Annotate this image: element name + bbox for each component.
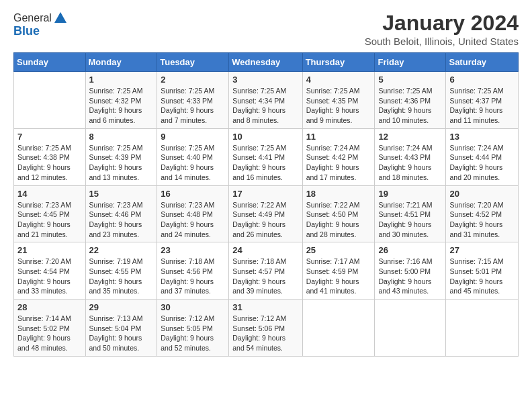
weekday-header-friday: Friday bbox=[375, 53, 446, 72]
day-number: 21 bbox=[17, 245, 82, 255]
calendar-cell: 18Sunrise: 7:22 AMSunset: 4:50 PMDayligh… bbox=[302, 185, 375, 242]
day-info: Sunrise: 7:20 AMSunset: 4:52 PMDaylight:… bbox=[449, 200, 515, 240]
logo-blue-text: Blue bbox=[13, 24, 40, 38]
calendar-week-2: 7Sunrise: 7:25 AMSunset: 4:38 PMDaylight… bbox=[14, 128, 519, 185]
calendar-cell bbox=[14, 72, 86, 129]
day-number: 18 bbox=[306, 189, 371, 199]
day-info: Sunrise: 7:22 AMSunset: 4:50 PMDaylight:… bbox=[306, 200, 371, 240]
day-number: 25 bbox=[306, 245, 371, 255]
weekday-header-saturday: Saturday bbox=[446, 53, 519, 72]
calendar-cell: 29Sunrise: 7:13 AMSunset: 5:04 PMDayligh… bbox=[85, 300, 157, 357]
day-number: 12 bbox=[378, 132, 442, 142]
weekday-header-thursday: Thursday bbox=[302, 53, 375, 72]
day-number: 26 bbox=[378, 245, 442, 255]
day-info: Sunrise: 7:24 AMSunset: 4:43 PMDaylight:… bbox=[378, 143, 442, 183]
calendar-cell bbox=[375, 300, 446, 357]
calendar-cell: 6Sunrise: 7:25 AMSunset: 4:37 PMDaylight… bbox=[446, 72, 519, 129]
day-info: Sunrise: 7:25 AMSunset: 4:33 PMDaylight:… bbox=[161, 86, 225, 126]
day-number: 22 bbox=[89, 245, 154, 255]
day-info: Sunrise: 7:19 AMSunset: 4:55 PMDaylight:… bbox=[89, 257, 154, 296]
day-info: Sunrise: 7:25 AMSunset: 4:40 PMDaylight:… bbox=[161, 143, 225, 183]
day-number: 16 bbox=[161, 189, 225, 199]
calendar-cell: 25Sunrise: 7:17 AMSunset: 4:59 PMDayligh… bbox=[302, 242, 375, 300]
day-info: Sunrise: 7:13 AMSunset: 5:04 PMDaylight:… bbox=[89, 314, 154, 353]
calendar-cell: 24Sunrise: 7:18 AMSunset: 4:57 PMDayligh… bbox=[229, 242, 302, 300]
day-info: Sunrise: 7:22 AMSunset: 4:49 PMDaylight:… bbox=[232, 200, 298, 240]
calendar-cell: 20Sunrise: 7:20 AMSunset: 4:52 PMDayligh… bbox=[446, 185, 519, 242]
day-info: Sunrise: 7:25 AMSunset: 4:36 PMDaylight:… bbox=[378, 86, 442, 126]
day-info: Sunrise: 7:25 AMSunset: 4:38 PMDaylight:… bbox=[17, 143, 82, 183]
calendar-cell: 10Sunrise: 7:25 AMSunset: 4:41 PMDayligh… bbox=[229, 128, 302, 185]
day-number: 4 bbox=[306, 75, 371, 85]
calendar-cell bbox=[302, 300, 375, 357]
day-number: 1 bbox=[89, 75, 154, 85]
day-info: Sunrise: 7:20 AMSunset: 4:54 PMDaylight:… bbox=[17, 257, 82, 296]
day-number: 27 bbox=[449, 245, 515, 255]
calendar-cell: 8Sunrise: 7:25 AMSunset: 4:39 PMDaylight… bbox=[85, 128, 157, 185]
day-number: 5 bbox=[378, 75, 442, 85]
day-number: 13 bbox=[449, 132, 515, 142]
calendar-cell: 16Sunrise: 7:23 AMSunset: 4:48 PMDayligh… bbox=[157, 185, 229, 242]
day-info: Sunrise: 7:24 AMSunset: 4:44 PMDaylight:… bbox=[449, 143, 515, 183]
calendar-cell: 7Sunrise: 7:25 AMSunset: 4:38 PMDaylight… bbox=[14, 128, 86, 185]
day-info: Sunrise: 7:23 AMSunset: 4:46 PMDaylight:… bbox=[89, 200, 154, 240]
calendar-week-5: 28Sunrise: 7:14 AMSunset: 5:02 PMDayligh… bbox=[14, 300, 519, 357]
calendar-cell: 11Sunrise: 7:24 AMSunset: 4:42 PMDayligh… bbox=[302, 128, 375, 185]
logo-general-text: General bbox=[13, 12, 52, 24]
day-info: Sunrise: 7:25 AMSunset: 4:32 PMDaylight:… bbox=[89, 86, 154, 126]
day-info: Sunrise: 7:16 AMSunset: 5:00 PMDaylight:… bbox=[378, 257, 442, 296]
day-number: 10 bbox=[232, 132, 298, 142]
calendar-cell: 2Sunrise: 7:25 AMSunset: 4:33 PMDaylight… bbox=[157, 72, 229, 129]
page-title: January 2024 bbox=[365, 11, 519, 36]
calendar-header: SundayMondayTuesdayWednesdayThursdayFrid… bbox=[14, 53, 519, 72]
day-info: Sunrise: 7:21 AMSunset: 4:51 PMDaylight:… bbox=[378, 200, 442, 240]
day-info: Sunrise: 7:25 AMSunset: 4:39 PMDaylight:… bbox=[89, 143, 154, 183]
day-number: 30 bbox=[161, 302, 225, 312]
day-number: 28 bbox=[17, 302, 82, 312]
calendar-table: SundayMondayTuesdayWednesdayThursdayFrid… bbox=[13, 52, 519, 357]
calendar-cell: 30Sunrise: 7:12 AMSunset: 5:05 PMDayligh… bbox=[157, 300, 229, 357]
calendar-cell: 1Sunrise: 7:25 AMSunset: 4:32 PMDaylight… bbox=[85, 72, 157, 129]
day-info: Sunrise: 7:18 AMSunset: 4:57 PMDaylight:… bbox=[232, 257, 298, 296]
day-info: Sunrise: 7:25 AMSunset: 4:35 PMDaylight:… bbox=[306, 86, 371, 126]
day-info: Sunrise: 7:24 AMSunset: 4:42 PMDaylight:… bbox=[306, 143, 371, 183]
day-info: Sunrise: 7:25 AMSunset: 4:34 PMDaylight:… bbox=[232, 86, 298, 126]
logo: General Blue bbox=[13, 11, 68, 38]
day-number: 3 bbox=[232, 75, 298, 85]
title-block: January 2024 South Beloit, Illinois, Uni… bbox=[365, 11, 519, 47]
page-header: General Blue January 2024 South Beloit, … bbox=[13, 11, 519, 47]
weekday-header-sunday: Sunday bbox=[14, 53, 86, 72]
calendar-cell: 21Sunrise: 7:20 AMSunset: 4:54 PMDayligh… bbox=[14, 242, 86, 300]
day-number: 24 bbox=[232, 245, 298, 255]
day-info: Sunrise: 7:15 AMSunset: 5:01 PMDaylight:… bbox=[449, 257, 515, 296]
calendar-cell: 15Sunrise: 7:23 AMSunset: 4:46 PMDayligh… bbox=[85, 185, 157, 242]
calendar-cell: 17Sunrise: 7:22 AMSunset: 4:49 PMDayligh… bbox=[229, 185, 302, 242]
day-number: 29 bbox=[89, 302, 154, 312]
calendar-cell: 5Sunrise: 7:25 AMSunset: 4:36 PMDaylight… bbox=[375, 72, 446, 129]
calendar-week-4: 21Sunrise: 7:20 AMSunset: 4:54 PMDayligh… bbox=[14, 242, 519, 300]
calendar-cell: 3Sunrise: 7:25 AMSunset: 4:34 PMDaylight… bbox=[229, 72, 302, 129]
day-number: 11 bbox=[306, 132, 371, 142]
weekday-header-monday: Monday bbox=[85, 53, 157, 72]
weekday-header-tuesday: Tuesday bbox=[157, 53, 229, 72]
day-info: Sunrise: 7:23 AMSunset: 4:48 PMDaylight:… bbox=[161, 200, 225, 240]
svg-marker-0 bbox=[54, 12, 66, 23]
calendar-cell bbox=[446, 300, 519, 357]
calendar-cell: 31Sunrise: 7:12 AMSunset: 5:06 PMDayligh… bbox=[229, 300, 302, 357]
day-number: 2 bbox=[161, 75, 225, 85]
day-number: 31 bbox=[232, 302, 298, 312]
calendar-body: 1Sunrise: 7:25 AMSunset: 4:32 PMDaylight… bbox=[14, 72, 519, 357]
calendar-cell: 22Sunrise: 7:19 AMSunset: 4:55 PMDayligh… bbox=[85, 242, 157, 300]
day-number: 14 bbox=[17, 189, 82, 199]
calendar-cell: 23Sunrise: 7:18 AMSunset: 4:56 PMDayligh… bbox=[157, 242, 229, 300]
day-info: Sunrise: 7:25 AMSunset: 4:37 PMDaylight:… bbox=[449, 86, 515, 126]
weekday-header-wednesday: Wednesday bbox=[229, 53, 302, 72]
day-number: 20 bbox=[449, 189, 515, 199]
day-number: 19 bbox=[378, 189, 442, 199]
calendar-week-3: 14Sunrise: 7:23 AMSunset: 4:45 PMDayligh… bbox=[14, 185, 519, 242]
day-number: 15 bbox=[89, 189, 154, 199]
calendar-cell: 28Sunrise: 7:14 AMSunset: 5:02 PMDayligh… bbox=[14, 300, 86, 357]
calendar-cell: 9Sunrise: 7:25 AMSunset: 4:40 PMDaylight… bbox=[157, 128, 229, 185]
day-info: Sunrise: 7:17 AMSunset: 4:59 PMDaylight:… bbox=[306, 257, 371, 296]
day-number: 6 bbox=[449, 75, 515, 85]
